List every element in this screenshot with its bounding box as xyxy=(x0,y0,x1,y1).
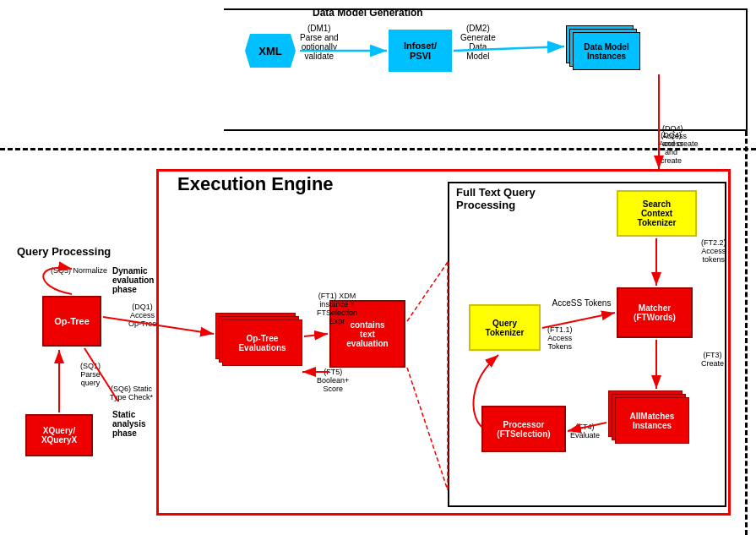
ftqp-title: Full Text QueryProcessing xyxy=(456,186,536,211)
ft2-2-label: (FT2.2)Accesstokens xyxy=(701,238,726,264)
sq1-label: (SQ1)Parsequery xyxy=(80,362,101,387)
ft3-label: (FT3)Create xyxy=(701,351,724,368)
ft1-1-label: (FT1.1)AccessTokens xyxy=(547,325,573,351)
diagram: Data Model Generation Op-Tree XML (DM1)P… xyxy=(0,0,756,535)
dmg-title: Data Model Generation xyxy=(313,7,423,19)
infoset-box: Infoset/PSVI xyxy=(389,30,452,72)
dm1-label: (DM1)Parse andoptionallyvalidate xyxy=(300,24,339,61)
op-tree-box: Op-Tree xyxy=(42,296,101,347)
ft4-label: (FT4)Evaluate xyxy=(570,423,600,439)
query-tokenizer-box: QueryTokenizer xyxy=(469,304,541,351)
exec-engine-title: Execution Engine xyxy=(177,173,334,195)
xquery-box: XQuery/XQueryX xyxy=(25,414,93,456)
dmi-box: Data ModelInstances xyxy=(566,25,642,72)
access-tokens-label: AcceSS Tokens xyxy=(550,298,613,308)
search-context-tokenizer-box: SearchContextTokenizer xyxy=(617,190,697,237)
ft1-label: (FT1) XDMinstance +FTSelectionExpr xyxy=(317,292,357,325)
sq5-label: (SQ5) Normalize xyxy=(51,266,107,275)
processor-box: Processor(FTSelection) xyxy=(481,406,566,452)
xml-box: Op-Tree XML xyxy=(245,34,296,68)
dm2-label: (DM2)GenerateDataModel xyxy=(460,24,496,61)
dq1-label: (DQ1)AccessOp-Tree xyxy=(128,303,156,328)
separator-line xyxy=(0,148,756,150)
sq6-label: (SQ6) StaticType Check* xyxy=(110,385,153,401)
op-tree-eval-box: Op-TreeEvaluations xyxy=(215,313,300,368)
dynamic-phase-label: Dynamicevaluationphase xyxy=(112,266,154,294)
ft5-label: (FT5)Boolean+Score xyxy=(317,368,349,393)
matcher-box: Matcher(FTWords) xyxy=(617,287,693,338)
static-phase-label: Staticanalysisphase xyxy=(112,410,145,438)
allmatches-box: AllMatchesInstances xyxy=(608,390,688,445)
query-processing-title: Query Processing xyxy=(17,245,111,258)
right-dashed-line xyxy=(745,131,748,535)
